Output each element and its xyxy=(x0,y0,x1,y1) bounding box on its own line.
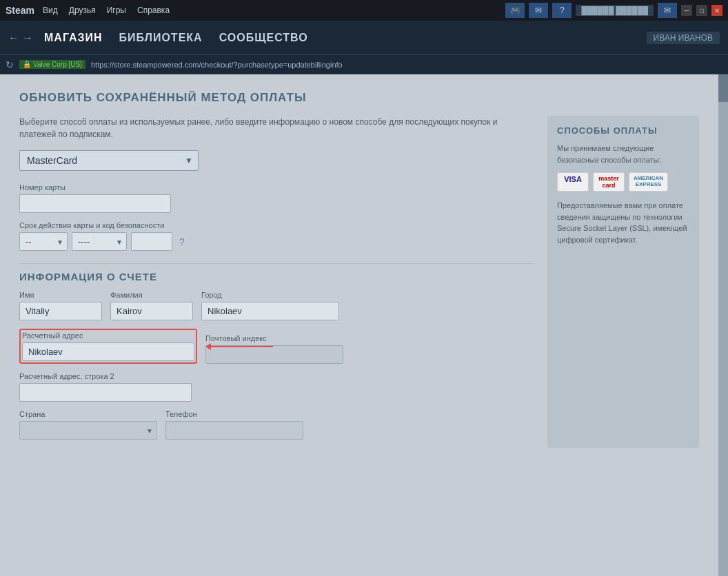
back-button[interactable]: ← xyxy=(8,32,19,44)
year-select[interactable]: ---- xyxy=(72,232,127,251)
notification-btn[interactable]: ✉ xyxy=(529,3,548,18)
description: Выберите способ оплаты из используемых р… xyxy=(19,116,534,141)
nav-bar: ← → МАГАЗИН БИБЛИОТЕКА СООБЩЕСТВО ИВАН И… xyxy=(0,21,728,55)
month-select-wrap: -- ▼ xyxy=(19,232,68,251)
expiry-inputs: -- ▼ ---- ▼ xyxy=(19,232,185,251)
nav-community[interactable]: СООБЩЕСТВО xyxy=(219,32,308,44)
nav-store[interactable]: МАГАЗИН xyxy=(44,32,103,44)
scrollbar-thumb[interactable] xyxy=(718,74,728,102)
address-label: Расчетный адрес xyxy=(22,331,194,340)
arrow-head xyxy=(205,343,211,350)
mail-btn[interactable]: ✉ xyxy=(658,3,677,18)
mastercard-icon: mastercard xyxy=(593,172,625,192)
expiry-label: Срок действия карты и код безопасности xyxy=(19,221,185,229)
ssl-label: Valve Corp [US] xyxy=(33,61,82,68)
minimize-btn[interactable]: ─ xyxy=(681,5,692,16)
help-btn[interactable]: ? xyxy=(552,3,572,18)
address-zip-row: Расчетный адрес Почтовый индекс xyxy=(19,329,534,364)
title-bar-left: Steam Вид Друзья Игры Справка xyxy=(6,5,170,16)
nav-library[interactable]: БИБЛИОТЕКА xyxy=(119,32,203,44)
address-highlight-box: Расчетный адрес xyxy=(19,329,197,364)
city-input[interactable] xyxy=(201,302,339,320)
ssl-badge: 🔒 Valve Corp [US] xyxy=(19,60,85,69)
first-name-input[interactable] xyxy=(19,302,102,320)
visa-icon: VISA xyxy=(557,172,589,192)
payment-icons: VISA mastercard AMERICANEXPRESS xyxy=(557,172,689,192)
title-bar: Steam Вид Друзья Игры Справка 🎮 ✉ ? ████… xyxy=(0,0,728,21)
phone-input[interactable] xyxy=(165,421,303,440)
expiry-group: Срок действия карты и код безопасности -… xyxy=(19,221,185,251)
cvv-input[interactable] xyxy=(131,232,172,251)
card-number-label: Номер карты xyxy=(19,183,171,192)
address2-row: Расчетный адрес, строка 2 xyxy=(19,372,534,402)
user-display: ██████ ██████ xyxy=(576,5,654,16)
main-column: Выберите способ оплаты из используемых р… xyxy=(19,116,534,448)
menu-view[interactable]: Вид xyxy=(43,6,58,15)
nav-links: МАГАЗИН БИБЛИОТЕКА СООБЩЕСТВО xyxy=(44,32,308,44)
steam-icon-btn[interactable]: 🎮 xyxy=(505,3,525,18)
menu-friends[interactable]: Друзья xyxy=(69,6,96,15)
first-name-group: Имя xyxy=(19,291,102,320)
city-group: Город xyxy=(201,291,339,320)
address-bar: ↻ 🔒 Valve Corp [US] https://store.steamp… xyxy=(0,55,728,74)
app-logo: Steam xyxy=(6,5,34,16)
title-bar-menu: Вид Друзья Игры Справка xyxy=(43,6,170,15)
address2-label: Расчетный адрес, строка 2 xyxy=(19,372,192,380)
expiry-row: Срок действия карты и код безопасности -… xyxy=(19,221,534,251)
title-bar-controls: 🎮 ✉ ? ██████ ██████ ✉ ─ □ ✕ xyxy=(505,3,722,18)
last-name-group: Фамилия xyxy=(110,291,193,320)
page-title: ОБНОВИТЬ СОХРАНЁННЫЙ МЕТОД ОПЛАТЫ xyxy=(19,91,699,105)
arrow-annotation xyxy=(205,343,273,350)
payment-method-select[interactable]: MasterCard Visa American Express xyxy=(19,150,199,171)
name-city-row: Имя Фамилия Город xyxy=(19,291,534,320)
arrow-line xyxy=(211,346,273,347)
address-field-group: Расчетный адрес xyxy=(19,329,197,364)
card-number-group: Номер карты xyxy=(19,183,171,213)
address2-input[interactable] xyxy=(19,383,192,402)
nav-user: ИВАН ИВАНОВ xyxy=(647,33,720,43)
username-display: ИВАН ИВАНОВ xyxy=(647,32,720,44)
main-area: ОБНОВИТЬ СОХРАНЁННЫЙ МЕТОД ОПЛАТЫ Выбери… xyxy=(0,74,728,576)
scrollbar[interactable] xyxy=(718,74,728,576)
last-name-label: Фамилия xyxy=(110,291,193,299)
card-number-row: Номер карты xyxy=(19,183,534,213)
country-select[interactable]: ██████████ xyxy=(19,421,157,440)
phone-group: Телефон xyxy=(165,410,303,440)
forward-button[interactable]: → xyxy=(22,32,33,44)
country-label: Страна xyxy=(19,410,157,418)
maximize-btn[interactable]: □ xyxy=(696,5,707,16)
year-select-wrap: ---- ▼ xyxy=(72,232,127,251)
zip-label: Почтовый индекс xyxy=(205,334,343,342)
country-select-wrap: ██████████ ▼ xyxy=(19,421,157,440)
cvv-help-icon[interactable]: ? xyxy=(179,236,185,247)
close-btn[interactable]: ✕ xyxy=(711,5,722,16)
two-col-layout: Выберите способ оплаты из используемых р… xyxy=(19,116,699,448)
nav-arrows: ← → xyxy=(8,32,33,44)
lock-icon: 🔒 xyxy=(23,61,31,68)
city-label: Город xyxy=(201,291,339,299)
refresh-button[interactable]: ↻ xyxy=(6,59,14,70)
sidebar-title: СПОСОБЫ ОПЛАТЫ xyxy=(557,125,689,136)
billing-address-input[interactable] xyxy=(22,342,194,361)
content-scroll[interactable]: ОБНОВИТЬ СОХРАНЁННЫЙ МЕТОД ОПЛАТЫ Выбери… xyxy=(0,74,718,576)
country-phone-row: Страна ██████████ ▼ Телефон xyxy=(19,410,534,440)
sidebar-text2: Предоставляемые вами при оплате сведения… xyxy=(557,200,689,245)
payment-method-wrapper: MasterCard Visa American Express ▼ xyxy=(19,150,199,171)
billing-section-title: ИНФОРМАЦИЯ О СЧЕТЕ xyxy=(19,263,534,282)
phone-label: Телефон xyxy=(165,410,303,418)
first-name-label: Имя xyxy=(19,291,102,299)
card-number-input[interactable] xyxy=(19,194,171,213)
sidebar-text1: Мы принимаем следующие безопасные способ… xyxy=(557,143,689,165)
address-url[interactable]: https://store.steampowered.com/checkout/… xyxy=(91,61,343,69)
menu-games[interactable]: Игры xyxy=(107,6,126,15)
content-inner: ОБНОВИТЬ СОХРАНЁННЫЙ МЕТОД ОПЛАТЫ Выбери… xyxy=(0,74,718,464)
month-select[interactable]: -- xyxy=(19,232,68,251)
last-name-input[interactable] xyxy=(110,302,193,320)
country-group: Страна ██████████ ▼ xyxy=(19,410,157,440)
amex-icon: AMERICANEXPRESS xyxy=(629,172,668,192)
side-column: СПОСОБЫ ОПЛАТЫ Мы принимаем следующие бе… xyxy=(547,116,699,448)
address2-group: Расчетный адрес, строка 2 xyxy=(19,372,192,402)
menu-help[interactable]: Справка xyxy=(137,6,170,15)
